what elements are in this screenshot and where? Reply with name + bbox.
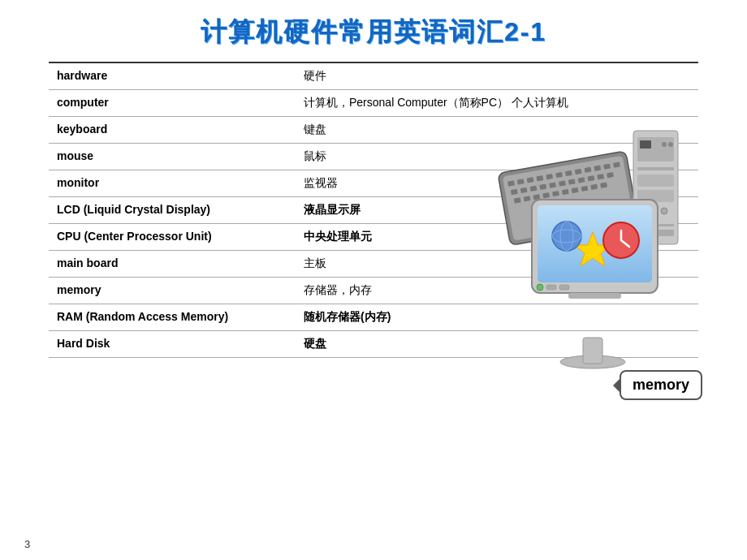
memory-callout: memory <box>620 370 702 400</box>
svg-rect-60 <box>568 293 621 299</box>
table-row: hardware硬件 <box>49 63 698 90</box>
svg-rect-62 <box>546 285 556 290</box>
term-cell: Hard Disk <box>49 331 296 358</box>
term-cell: memory <box>49 278 296 304</box>
svg-rect-63 <box>559 285 569 290</box>
term-cell: LCD (Liquid Crystal Display) <box>49 197 296 224</box>
svg-rect-41 <box>637 167 674 170</box>
term-cell: monitor <box>49 170 296 197</box>
definition-cell: 计算机，Personal Computer（简称PC） 个人计算机 <box>296 90 698 117</box>
page-title: 计算机硬件常用英语词汇2-1 <box>0 0 747 62</box>
definition-cell: 硬件 <box>296 63 698 90</box>
svg-rect-38 <box>640 140 651 149</box>
page-number: 3 <box>24 538 30 550</box>
term-cell: CPU (Center Processor Unit) <box>49 224 296 251</box>
svg-point-39 <box>662 142 667 147</box>
computer-illustration <box>475 127 702 378</box>
term-cell: RAM (Random Access Memory) <box>49 304 296 331</box>
term-cell: main board <box>49 251 296 278</box>
svg-rect-42 <box>637 174 674 187</box>
term-cell: hardware <box>49 63 296 90</box>
svg-point-61 <box>537 284 543 291</box>
term-cell: mouse <box>49 144 296 170</box>
term-cell: keyboard <box>49 117 296 144</box>
memory-label: memory <box>633 377 689 393</box>
svg-point-57 <box>552 222 581 251</box>
content-area: memory hardware硬件computer计算机，Personal Co… <box>0 62 747 358</box>
svg-point-40 <box>668 142 673 147</box>
svg-rect-49 <box>583 338 602 364</box>
term-cell: computer <box>49 90 296 117</box>
table-row: computer计算机，Personal Computer（简称PC） 个人计算… <box>49 90 698 117</box>
svg-point-45 <box>661 208 667 214</box>
